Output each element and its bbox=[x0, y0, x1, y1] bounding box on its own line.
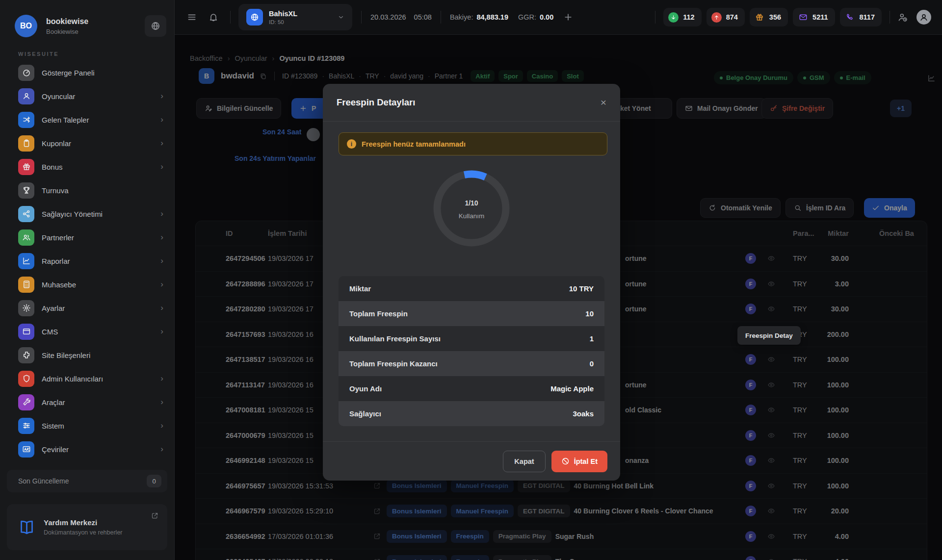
verification-pill[interactable]: GSM bbox=[797, 71, 830, 84]
sidebar-item[interactable]: Gelen Talepler › bbox=[0, 108, 174, 131]
mail-approve-button[interactable]: Mail Onayı Gönder bbox=[677, 98, 766, 119]
sidebar-item[interactable]: Muhasebe › bbox=[0, 273, 174, 296]
freespin-details-list: Miktar 10 TRY Toplam Freespin 10 Kullanı… bbox=[339, 276, 604, 426]
table-row[interactable]: 2636654992 17/03/2026 01:01:36 Bonus Isl… bbox=[196, 524, 927, 549]
eye-icon[interactable] bbox=[761, 381, 781, 389]
eye-icon[interactable] bbox=[761, 305, 781, 313]
open-transaction-icon[interactable] bbox=[367, 558, 387, 560]
counter-pill[interactable]: 8117 bbox=[840, 8, 882, 26]
breadcrumb-item[interactable]: Oyuncu ID #123089 bbox=[279, 54, 344, 62]
freespin-badge[interactable]: F bbox=[745, 380, 756, 390]
freespin-badge[interactable]: F bbox=[745, 531, 756, 542]
sidebar-item[interactable]: Site Bileşenleri › bbox=[0, 343, 174, 367]
verification-pill-label: E-mail bbox=[846, 74, 865, 81]
sidebar-item[interactable]: Çeviriler › bbox=[0, 437, 174, 461]
player-settings-icon[interactable] bbox=[903, 71, 916, 85]
eye-icon[interactable] bbox=[761, 558, 781, 560]
help-center-card[interactable]: Yardım Merkezi Dokümantasyon ve rehberle… bbox=[7, 504, 167, 550]
breadcrumb-item[interactable]: Oyuncular bbox=[235, 54, 267, 62]
counter-pill[interactable]: 5211 bbox=[793, 8, 835, 26]
hamburger-icon[interactable] bbox=[187, 12, 197, 22]
sidebar-item[interactable]: Admin Kullanıcıları › bbox=[0, 367, 174, 390]
sidebar-item[interactable]: Bonus › bbox=[0, 155, 174, 178]
eye-icon[interactable] bbox=[761, 255, 781, 262]
sidebar-item[interactable]: Sistem › bbox=[0, 414, 174, 437]
sidebar-item[interactable]: Gösterge Paneli › bbox=[0, 61, 174, 84]
last-update-row[interactable]: Son Güncelleme 0 bbox=[7, 470, 167, 492]
eye-icon[interactable] bbox=[761, 432, 781, 439]
freespin-badge[interactable]: F bbox=[745, 556, 756, 560]
sidebar-item[interactable]: Kuponlar › bbox=[0, 131, 174, 155]
sidebar-item[interactable]: Oyuncular › bbox=[0, 84, 174, 108]
change-password-button[interactable]: Şifre Değiştir bbox=[761, 98, 833, 119]
player-stats-icon[interactable] bbox=[924, 71, 938, 85]
plus-one-badge[interactable]: +1 bbox=[890, 100, 912, 117]
col-currency: Para... bbox=[781, 229, 811, 237]
breadcrumb-separator: › bbox=[272, 54, 275, 62]
table-row[interactable]: 2646967579 19/03/2026 15:29:10 Bonus Isl… bbox=[196, 498, 927, 524]
transaction-id: 2647138517 bbox=[226, 356, 268, 363]
sidebar-item-icon bbox=[18, 394, 34, 410]
sidebar-item[interactable]: Ayarlar › bbox=[0, 296, 174, 320]
transaction-date: 19/03/2026 15:29:10 bbox=[268, 507, 367, 515]
brand-select[interactable]: BahisXL ID: 50 bbox=[238, 4, 352, 30]
sidebar-item[interactable]: CMS › bbox=[0, 320, 174, 343]
eye-icon[interactable] bbox=[761, 482, 781, 490]
close-button[interactable]: Kapat bbox=[503, 451, 545, 472]
freespin-badge[interactable]: F bbox=[745, 354, 756, 365]
close-icon[interactable]: × bbox=[601, 97, 606, 108]
last-24h-depositors-link[interactable]: Son 24s Yatırım Yapanlar bbox=[235, 154, 316, 162]
freespin-badge[interactable]: F bbox=[745, 481, 756, 491]
cancel-button[interactable]: İptal Et bbox=[551, 451, 607, 472]
freespin-badge[interactable]: F bbox=[745, 405, 756, 415]
counter-pill[interactable]: 874 bbox=[706, 8, 745, 26]
counter-pill[interactable]: 356 bbox=[750, 8, 788, 26]
open-transaction-icon[interactable] bbox=[367, 533, 387, 540]
auto-refresh-button[interactable]: Otomatik Yenile bbox=[700, 198, 781, 218]
verification-pill[interactable]: E-mail bbox=[834, 71, 871, 84]
sidebar-item[interactable]: Araçlar › bbox=[0, 390, 174, 414]
breadcrumb-item[interactable]: Backoffice bbox=[190, 54, 223, 62]
last-24h-toggle[interactable] bbox=[307, 128, 320, 141]
eye-icon[interactable] bbox=[761, 533, 781, 540]
sidebar-item-icon bbox=[18, 159, 34, 175]
verification-pill[interactable]: Belge Onay Durumu bbox=[714, 71, 793, 84]
eye-icon[interactable] bbox=[761, 356, 781, 363]
open-transaction-icon[interactable] bbox=[367, 482, 387, 489]
user-avatar-icon[interactable] bbox=[916, 10, 931, 25]
currency: TRY bbox=[781, 533, 811, 540]
eye-icon[interactable] bbox=[761, 457, 781, 464]
open-transaction-icon[interactable] bbox=[367, 508, 387, 515]
freespin-badge[interactable]: F bbox=[745, 506, 756, 516]
table-row[interactable]: 2636495467 17/03/2026 00:32:18 Bonus Isl… bbox=[196, 549, 927, 560]
sidebar-item[interactable]: Sağlayıcı Yönetimi › bbox=[0, 202, 174, 226]
detail-value: Magic Apple bbox=[550, 384, 594, 393]
counter-pill[interactable]: 112 bbox=[663, 8, 701, 26]
eye-icon[interactable] bbox=[761, 406, 781, 414]
last-24h-label[interactable]: Son 24 Saat bbox=[262, 128, 301, 136]
sidebar-item[interactable]: Partnerler › bbox=[0, 226, 174, 249]
sidebar-item-label: Çeviriler bbox=[42, 445, 160, 454]
sidebar-item[interactable]: Turnuva › bbox=[0, 178, 174, 202]
person-clock-icon[interactable] bbox=[898, 12, 908, 22]
sidebar-item[interactable]: Raporlar › bbox=[0, 249, 174, 273]
detail-label: Miktar bbox=[349, 284, 371, 293]
copy-icon[interactable] bbox=[260, 73, 267, 80]
plus-icon[interactable] bbox=[563, 12, 573, 22]
update-info-button[interactable]: Bilgileri Güncelle bbox=[196, 98, 281, 119]
eye-icon[interactable] bbox=[761, 280, 781, 288]
freespin-badge[interactable]: F bbox=[745, 253, 756, 264]
detail-value: 3oaks bbox=[573, 409, 594, 418]
freespin-badge[interactable]: F bbox=[745, 455, 756, 466]
freespin-badge[interactable]: F bbox=[745, 279, 756, 289]
eye-icon[interactable] bbox=[761, 507, 781, 515]
brand-header: BO bookiewise Bookiewise bbox=[0, 0, 174, 37]
approve-button[interactable]: Onayla bbox=[864, 198, 915, 218]
provider-badge: Pragmatic Play bbox=[493, 555, 551, 560]
freespin-badge[interactable]: F bbox=[745, 430, 756, 441]
language-button[interactable] bbox=[145, 15, 166, 37]
freespin-badge[interactable]: F bbox=[745, 304, 756, 314]
bell-icon[interactable] bbox=[209, 12, 218, 22]
search-transaction-button[interactable]: İşlem ID Ara bbox=[785, 198, 854, 218]
status-badge: Casino bbox=[527, 70, 558, 82]
